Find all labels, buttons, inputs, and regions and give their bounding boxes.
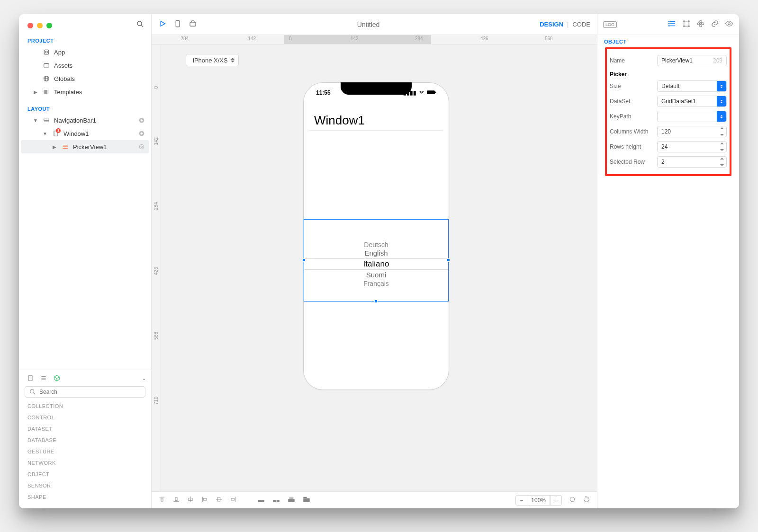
- phone-mock: 11:55 ▮▮▮▮: [303, 82, 449, 390]
- tree-pickerview[interactable]: ▶ PickerView1: [21, 140, 149, 153]
- stepper-icon[interactable]: [719, 127, 725, 136]
- sidebar-item-assets[interactable]: Assets: [21, 59, 149, 72]
- layout-1-icon[interactable]: [257, 495, 265, 505]
- dataset-label: DataSet: [610, 98, 652, 105]
- lib-cat[interactable]: COLLECTION: [27, 403, 143, 409]
- min-dot[interactable]: [37, 23, 43, 28]
- insp-tab-eye-icon[interactable]: [725, 19, 733, 29]
- ruler-horizontal: -284 -142 0 142 284 426 568: [152, 35, 597, 44]
- disclosure-icon[interactable]: ▶: [51, 144, 58, 150]
- battery-icon: [427, 89, 436, 96]
- align-left-icon[interactable]: [201, 496, 208, 505]
- add-icon[interactable]: [138, 116, 145, 124]
- align-right-icon[interactable]: [229, 496, 237, 505]
- svg-rect-52: [289, 497, 294, 498]
- svg-rect-51: [288, 499, 295, 502]
- align-top-icon[interactable]: [158, 496, 166, 505]
- lib-cat[interactable]: DATABASE: [27, 437, 143, 443]
- size-label: Size: [610, 83, 652, 89]
- pickerview-selection[interactable]: Deutsch English Italiano Suomi Français: [304, 219, 449, 301]
- sidebar-item-app[interactable]: App: [21, 45, 149, 59]
- insp-tab-link-icon[interactable]: [711, 19, 719, 29]
- tab-design[interactable]: DESIGN: [540, 21, 563, 28]
- align-bottom-icon[interactable]: [172, 496, 180, 505]
- lib-tab-list-icon[interactable]: [37, 374, 50, 382]
- lib-cat[interactable]: SENSOR: [27, 483, 143, 488]
- stepper-icon[interactable]: [719, 142, 725, 151]
- lib-tab-window-icon[interactable]: [24, 374, 37, 382]
- svg-point-64: [688, 21, 689, 22]
- layout-4-icon[interactable]: [302, 495, 311, 505]
- rotate-icon[interactable]: [583, 496, 590, 505]
- picker-icon: [62, 143, 69, 151]
- layout-2-icon[interactable]: [272, 495, 280, 505]
- design-canvas[interactable]: iPhone X/XS 11:55 ▮▮▮▮: [161, 44, 597, 491]
- disclosure-icon[interactable]: ▼: [32, 118, 39, 123]
- chevron-down-icon[interactable]: ⌄: [142, 375, 146, 381]
- disclosure-icon[interactable]: ▶: [32, 89, 39, 95]
- log-badge[interactable]: LOG: [603, 21, 617, 28]
- target-icon[interactable]: [138, 143, 145, 151]
- svg-point-21: [139, 144, 144, 149]
- library-search-input[interactable]: [39, 389, 141, 395]
- sidebar-item-globals[interactable]: Globals: [21, 72, 149, 85]
- window-title: Window1: [314, 113, 365, 128]
- search-icon[interactable]: [136, 20, 144, 30]
- badge: 1: [56, 128, 61, 133]
- run-icon[interactable]: [158, 19, 167, 30]
- selected-row-field[interactable]: 2: [657, 156, 727, 168]
- lib-cat[interactable]: NETWORK: [27, 460, 143, 466]
- tree-window[interactable]: ▼ 1 Window1: [21, 127, 149, 140]
- build-icon[interactable]: [189, 19, 197, 30]
- svg-rect-35: [435, 91, 436, 93]
- insp-tab-list-icon[interactable]: [668, 19, 677, 29]
- svg-line-30: [34, 393, 35, 394]
- assets-icon: [43, 62, 50, 69]
- svg-point-66: [688, 26, 689, 27]
- svg-rect-37: [161, 498, 163, 501]
- zoom-dot[interactable]: [46, 23, 52, 28]
- signal-icon: ▮▮▮▮: [403, 89, 416, 96]
- lib-cat[interactable]: OBJECT: [27, 471, 143, 477]
- tab-code[interactable]: CODE: [572, 21, 590, 28]
- size-select[interactable]: Default: [657, 80, 727, 92]
- lib-tab-cube-icon[interactable]: [50, 374, 63, 382]
- top-toolbar: Untitled DESIGN | CODE: [152, 14, 597, 35]
- layout-3-icon[interactable]: [287, 495, 296, 505]
- close-dot[interactable]: [27, 23, 33, 28]
- tree-navigationbar[interactable]: ▼ NavigationBar1: [21, 114, 149, 127]
- resize-handle[interactable]: [374, 300, 378, 303]
- bottom-toolbar: − 100% +: [152, 491, 597, 508]
- align-hcenter-icon[interactable]: [187, 496, 194, 505]
- dataset-select[interactable]: GridDataSet1: [657, 96, 727, 107]
- disclosure-icon[interactable]: ▼: [42, 131, 48, 136]
- add-icon[interactable]: [138, 130, 145, 137]
- library-categories: COLLECTION CONTROL DATASET DATABASE GEST…: [19, 401, 151, 508]
- zoom-in-button[interactable]: +: [550, 496, 561, 505]
- lib-cat[interactable]: SHAPE: [27, 494, 143, 500]
- rows-height-field[interactable]: 24: [657, 141, 727, 152]
- sidebar-item-templates[interactable]: ▶ Templates: [21, 85, 149, 98]
- name-field[interactable]: PickerView1 209: [657, 55, 727, 66]
- lib-cat[interactable]: DATASET: [27, 426, 143, 432]
- svg-point-55: [570, 497, 574, 501]
- insp-tab-flower-icon[interactable]: [696, 19, 705, 29]
- device-icon[interactable]: [173, 19, 182, 30]
- zoom-value[interactable]: 100%: [527, 496, 550, 505]
- fit-icon[interactable]: [568, 496, 576, 505]
- zoom-out-button[interactable]: −: [516, 496, 527, 505]
- resize-handle[interactable]: [447, 258, 450, 262]
- svg-rect-53: [303, 498, 310, 502]
- lib-cat[interactable]: CONTROL: [27, 415, 143, 420]
- resize-handle[interactable]: [302, 258, 306, 262]
- window-icon: 1: [52, 130, 60, 137]
- insp-tab-bounds-icon[interactable]: [682, 19, 691, 29]
- device-picker[interactable]: iPhone X/XS: [186, 54, 239, 66]
- align-vcenter-icon[interactable]: [215, 496, 223, 505]
- keypath-select[interactable]: [657, 111, 727, 122]
- lib-cat[interactable]: GESTURE: [27, 449, 143, 454]
- stepper-icon[interactable]: [719, 158, 725, 166]
- library-search[interactable]: [25, 386, 145, 398]
- columns-width-label: Columns Width: [610, 128, 652, 135]
- columns-width-field[interactable]: 120: [657, 126, 727, 137]
